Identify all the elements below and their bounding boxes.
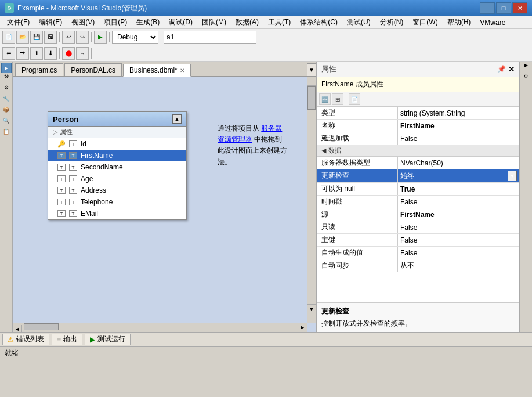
sidebar-icon-5[interactable]: 📦 [1, 107, 12, 117]
open-button[interactable]: 📂 [16, 31, 29, 44]
menu-data[interactable]: 数据(A) [231, 16, 263, 28]
undo-button[interactable]: ↩ [62, 31, 75, 44]
tab-close-icon[interactable]: ✕ [180, 67, 184, 74]
menu-window[interactable]: 窗口(W) [408, 16, 442, 28]
props-sort-btn[interactable]: 🔤 [319, 93, 331, 105]
tab-overflow-button[interactable]: ▼ [307, 63, 316, 76]
menu-architecture[interactable]: 体系结构(C) [295, 16, 342, 28]
entity-row-firstname[interactable]: T T FirstName [48, 150, 186, 161]
tab-persondal-cs[interactable]: PersonDAL.cs [64, 63, 122, 76]
toolbar-separator-2 [91, 32, 92, 42]
field-icon-age: T [69, 175, 77, 182]
tab-persondal-cs-label: PersonDAL.cs [71, 66, 115, 74]
menu-help[interactable]: 帮助(H) [443, 16, 476, 28]
entity-row-id[interactable]: 🔑 T Id [48, 138, 186, 150]
sidebar-icon-6[interactable]: 🔍 [1, 118, 12, 128]
props-row-source: 源 FirstName [317, 208, 519, 221]
menu-build[interactable]: 生成(B) [132, 16, 164, 28]
save-button[interactable]: 💾 [30, 31, 43, 44]
props-name-lazyload: 延迟加载 [317, 132, 398, 145]
props-value-source: FirstName [398, 208, 519, 221]
right-sidebar-icon-1[interactable]: ▶ [521, 63, 531, 73]
sidebar-icon-7[interactable]: 📋 [1, 129, 12, 139]
tab-program-cs[interactable]: Program.cs [15, 63, 63, 76]
menu-debug[interactable]: 调试(D) [164, 16, 197, 28]
entity-collapse-button[interactable]: ▲ [172, 114, 182, 124]
sidebar-icon-2[interactable]: ⚒ [1, 74, 12, 84]
close-button[interactable]: ✕ [512, 2, 527, 14]
menu-project[interactable]: 项目(P) [99, 16, 132, 28]
menu-team[interactable]: 团队(M) [197, 16, 231, 28]
props-desc-text: 控制开放式并发检查的频率。 [321, 319, 515, 329]
tb2-btn-3[interactable]: ⬆ [30, 47, 43, 60]
scroll-thumb-h[interactable] [24, 323, 59, 330]
entity-row-secondname[interactable]: T T SecondName [48, 161, 186, 173]
main-area: ▶ ⚒ ⚙ 🔧 📦 🔍 📋 Program.cs PersonDAL.cs Bu… [0, 62, 532, 332]
toolbar-2: ⬅ ⮕ ⬆ ⬇ ⬤ → [0, 45, 532, 62]
menu-file[interactable]: 文件(F) [2, 16, 34, 28]
props-row-updatecheck[interactable]: 更新检查 始终 ▼ [317, 169, 519, 183]
tab-business-dbml[interactable]: Business.dbml* ✕ [123, 64, 191, 77]
minimize-button[interactable]: — [480, 2, 495, 14]
right-sidebar-icon-2[interactable]: ⚙ [521, 74, 531, 84]
save-all-button[interactable]: 🖫 [44, 31, 57, 44]
tb2-btn-1[interactable]: ⬅ [2, 47, 15, 60]
status-tab-testrun[interactable]: ▶ 测试运行 [85, 334, 131, 345]
entity-field-telephone: Telephone [81, 198, 113, 206]
props-cat-btn[interactable]: ⊞ [332, 93, 343, 105]
tb2-btn-2[interactable]: ⮕ [16, 47, 29, 60]
menu-analyze[interactable]: 分析(N) [375, 16, 408, 28]
status-tab-errors[interactable]: ⚠ 错误列表 [2, 334, 49, 345]
entity-field-id: Id [81, 140, 86, 148]
scroll-left-button[interactable]: ◄ [13, 325, 22, 332]
field-type-icon-firstname: T [57, 152, 66, 159]
props-name-readonly: 只读 [317, 221, 398, 233]
debug-mode-dropdown[interactable]: Debug [112, 31, 158, 44]
scroll-thumb-v[interactable] [307, 86, 316, 110]
tb2-sep-2 [91, 48, 92, 59]
entity-row-telephone[interactable]: T T Telephone [48, 196, 186, 208]
props-updatecheck-dropdown[interactable]: ▼ [508, 171, 517, 181]
menu-edit[interactable]: 编辑(E) [34, 16, 67, 28]
menu-bar: 文件(F) 编辑(E) 视图(V) 项目(P) 生成(B) 调试(D) 团队(M… [0, 16, 532, 29]
props-name-updatecheck: 更新检查 [317, 169, 398, 182]
tb2-step-button[interactable]: → [76, 47, 89, 60]
menu-tools[interactable]: 工具(T) [263, 16, 295, 28]
entity-section-label: 属性 [60, 128, 73, 136]
new-project-button[interactable]: 📄 [2, 31, 15, 44]
status-tab-output[interactable]: ≡ 输出 [52, 334, 82, 345]
project-name-input[interactable] [164, 31, 256, 44]
tb2-btn-4[interactable]: ⬇ [44, 47, 57, 60]
maximize-button[interactable]: □ [496, 2, 511, 14]
tb2-sep-1 [59, 48, 60, 59]
props-row-name: 名称 FirstName [317, 120, 519, 132]
field-type-icon-age: T [57, 175, 66, 182]
properties-table[interactable]: 类型 string (System.String 名称 FirstName 延迟… [317, 107, 519, 302]
field-type-icon-id: T [69, 140, 77, 147]
entity-row-age[interactable]: T T Age [48, 173, 186, 185]
props-row-type: 类型 string (System.String [317, 107, 519, 120]
canvas-scrollbar-v[interactable]: ▲ ▼ [307, 77, 316, 323]
sidebar-icon-3[interactable]: ⚙ [1, 85, 12, 95]
menu-vmware[interactable]: VMware [475, 17, 510, 28]
tb2-breakpoint-button[interactable]: ⬤ [62, 47, 75, 60]
properties-close-icon[interactable]: ✕ [508, 65, 515, 74]
field-icon-firstname: T [69, 152, 77, 159]
entity-row-email[interactable]: T T EMail [48, 208, 186, 219]
canvas-scrollbar-h[interactable]: ◄ ► [13, 323, 307, 332]
sidebar-icon-1[interactable]: ▶ [1, 63, 12, 73]
menu-test[interactable]: 测试(U) [342, 16, 375, 28]
member-title-bar: FirstName 成员属性 [317, 77, 519, 92]
scroll-right-button[interactable]: ► [298, 323, 307, 332]
redo-button[interactable]: ↪ [76, 31, 89, 44]
scroll-down-button[interactable]: ▼ [307, 304, 316, 313]
entity-field-address: Address [81, 186, 106, 194]
props-pg-btn[interactable]: 📄 [349, 93, 360, 105]
toolbar-separator-4 [161, 32, 161, 42]
menu-view[interactable]: 视图(V) [67, 16, 99, 28]
properties-pin-icon[interactable]: 📌 [497, 65, 506, 73]
entity-row-address[interactable]: T T Address [48, 185, 186, 196]
start-button[interactable]: ▶ [94, 31, 107, 44]
design-canvas[interactable]: ▲ ▼ ◄ ► Person ▲ ▷ 属性 [13, 77, 316, 332]
sidebar-icon-4[interactable]: 🔧 [1, 96, 12, 106]
